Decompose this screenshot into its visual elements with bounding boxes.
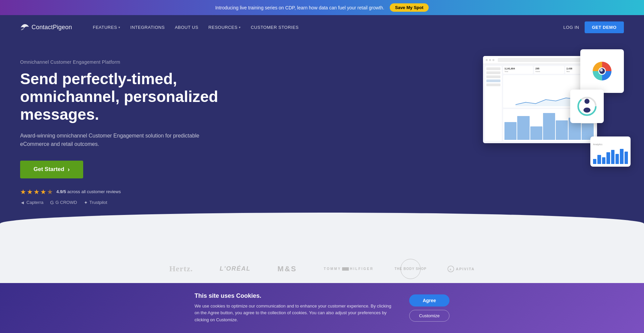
bar [556, 120, 568, 140]
nav-integrations[interactable]: INTEGRATIONS [126, 22, 169, 33]
url-bar [498, 58, 586, 62]
nav-about[interactable]: ABOUT US [171, 22, 202, 33]
dashboard-sidebar [485, 66, 502, 141]
cookie-buttons: Agree Customize [409, 294, 449, 300]
chart-label: Analytics [593, 143, 628, 146]
chevron-down-icon: ▾ [118, 25, 120, 29]
mini-bar [625, 152, 628, 164]
capterra-logo: ◄ Capterra [20, 200, 43, 205]
stat-card: 3,141,604 Total [503, 66, 533, 74]
star-rating: ★ ★ ★ ★ ★ [20, 188, 53, 196]
stat-number: 295 [535, 67, 562, 70]
pie-chart-card [580, 49, 624, 93]
dashboard-topbar: ● [483, 56, 597, 64]
hero-rating: ★ ★ ★ ★ ★ 4.9/5 across all customer revi… [20, 188, 255, 196]
pie-chart [590, 59, 614, 83]
mini-bar [597, 155, 601, 164]
svg-point-7 [584, 108, 591, 113]
star-4: ★ [40, 188, 46, 196]
arrow-icon: › [68, 166, 70, 173]
user-circle-chart [577, 96, 597, 116]
nav-customer-stories[interactable]: CUSTOMER STORIES [247, 22, 303, 33]
hero-subtitle: Omnichannel Customer Engagement Platform [20, 59, 255, 65]
sidebar-row [486, 79, 500, 82]
sidebar-row [486, 71, 500, 74]
star-1: ★ [20, 188, 26, 196]
stat-card: 295 Active [534, 66, 564, 74]
hero-dashboard-image: ● 3,141,604 Total [483, 49, 631, 170]
hertz-logo: Hertz. [169, 264, 193, 273]
star-5: ★ [47, 188, 53, 196]
logo-text: ContactPigeon [32, 24, 72, 31]
rating-score: 4.9/5 across all customer reviews [56, 189, 121, 194]
nav-login[interactable]: LOG IN [564, 25, 579, 30]
star-2: ★ [27, 188, 33, 196]
sidebar-row [486, 75, 500, 78]
browser-dot [486, 59, 488, 61]
banner-text: Introducing live training series on CDP,… [215, 5, 384, 10]
review-logos: ◄ Capterra G G CROWD ✦ Trustpilot [20, 200, 255, 205]
sidebar-row [486, 67, 500, 70]
logo[interactable]: ContactPigeon [20, 23, 72, 31]
stat-label: Active [535, 70, 562, 72]
top-banner: Introducing live training series on CDP,… [0, 0, 644, 15]
mini-bar-chart-card: Analytics [590, 136, 631, 167]
svg-text:A: A [449, 268, 452, 271]
trustpilot-logo: ✦ Trustpilot [84, 200, 107, 205]
bar [517, 116, 529, 140]
logo-bird-icon [20, 23, 30, 31]
cookie-banner: This site uses Cookies. We use cookies t… [0, 283, 644, 300]
star-icon: ✦ [84, 200, 88, 205]
hero-cta-button[interactable]: Get Started › [20, 161, 83, 178]
nav-demo-button[interactable]: GET DEMO [585, 21, 624, 33]
apivita-logo: A APIVITA [447, 266, 475, 272]
sidebar-row [486, 84, 500, 86]
mini-bar [615, 154, 619, 164]
hero-description: Award-winning omnichannel Customer Engag… [20, 131, 208, 149]
svg-point-3 [600, 69, 603, 71]
cookie-title: This site uses Cookies. [195, 292, 396, 299]
navbar: ContactPigeon FEATURES ▾ INTEGRATIONS AB… [0, 15, 644, 39]
chevron-down-icon: ▾ [239, 25, 241, 29]
svg-point-6 [585, 99, 590, 104]
capterra-icon: ◄ [20, 200, 25, 205]
hero-title: Send perfectly-timed, omnichannel, perso… [20, 70, 255, 123]
g-icon: G [50, 200, 54, 205]
ms-logo: M&S [277, 265, 297, 273]
mini-bar [620, 149, 623, 164]
hero-section: Omnichannel Customer Engagement Platform… [0, 39, 644, 245]
hero-content: Omnichannel Customer Engagement Platform… [20, 59, 255, 205]
dashboard-mock: ● 3,141,604 Total [483, 49, 631, 170]
mini-bar [606, 152, 610, 164]
cookie-text-area: This site uses Cookies. We use cookies t… [195, 292, 396, 300]
mini-bar [593, 159, 596, 164]
mini-bar [602, 157, 605, 164]
user-stats-card [570, 90, 604, 123]
nav-resources[interactable]: RESOURCES ▾ [204, 22, 245, 33]
nav-right: LOG IN GET DEMO [564, 21, 624, 33]
gcrowd-logo: G G CROWD [50, 200, 77, 205]
stat-label: Total [504, 70, 532, 72]
browser-dot [489, 59, 491, 61]
mini-bar [611, 150, 614, 164]
bar [543, 113, 555, 140]
stat-number: 3,141,604 [504, 67, 532, 70]
bar-row [593, 147, 628, 164]
tommy-hilfiger-logo: TOMMY HILFIGER [324, 267, 374, 271]
apivita-icon: A [447, 266, 454, 272]
loreal-logo: L'ORÉAL [220, 265, 251, 272]
nav-features[interactable]: FEATURES ▾ [89, 22, 124, 33]
cookie-agree-button[interactable]: Agree [409, 294, 449, 300]
browser-dot [492, 59, 494, 61]
bar [504, 122, 517, 140]
star-3: ★ [34, 188, 40, 196]
banner-cta-button[interactable]: Save My Spot [390, 3, 429, 12]
nav-links: FEATURES ▾ INTEGRATIONS ABOUT US RESOURC… [89, 22, 564, 33]
bodyshop-logo: THE BODY SHOP [400, 259, 421, 279]
bar [530, 126, 542, 140]
